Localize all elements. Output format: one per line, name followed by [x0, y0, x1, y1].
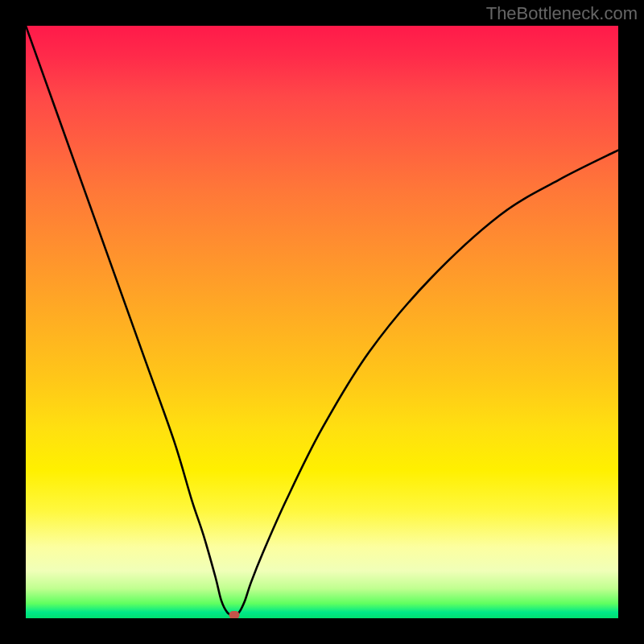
watermark-text: TheBottleneck.com	[486, 3, 638, 24]
optimal-point-marker	[229, 611, 240, 618]
bottleneck-curve	[26, 26, 618, 618]
plot-area	[26, 26, 618, 618]
